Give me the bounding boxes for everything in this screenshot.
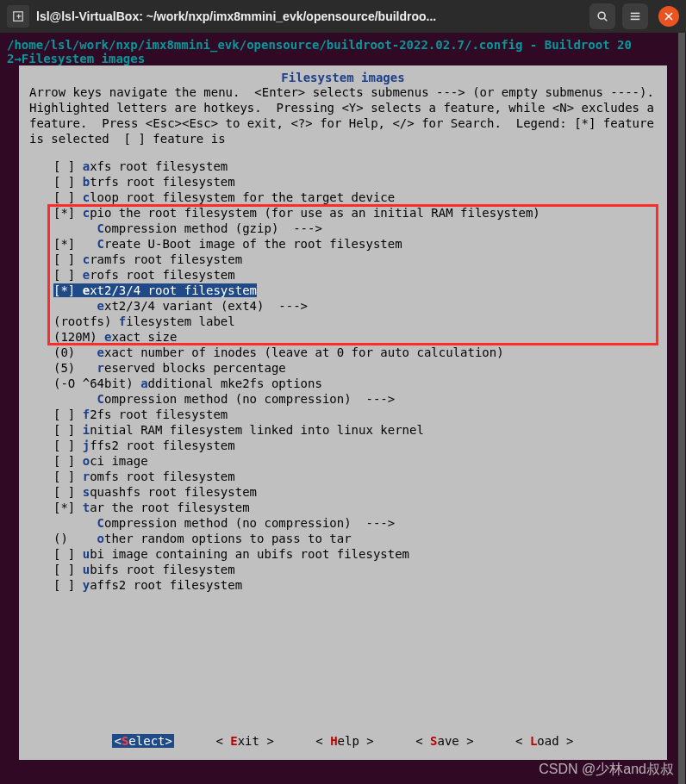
load-button[interactable]: < Load > (515, 734, 573, 748)
option-row[interactable]: Compression method (no compression) ---> (53, 391, 667, 407)
close-button[interactable] (658, 6, 679, 27)
help-button[interactable]: < Help > (315, 734, 373, 748)
breadcrumb: 2→Filesystem images (0, 52, 686, 65)
window-title: lsl@lsl-VirtualBox: ~/work/nxp/imx8mmini… (36, 9, 583, 23)
config-path: /home/lsl/work/nxp/imx8mmini_evk/opensou… (0, 38, 686, 52)
svg-line-4 (604, 18, 607, 21)
option-row[interactable]: [ ] jffs2 root filesystem (53, 438, 667, 453)
option-row[interactable]: Compression method (no compression) ---> (53, 515, 667, 531)
option-row[interactable]: (0) exact number of inodes (leave at 0 f… (53, 345, 667, 360)
terminal-area: /home/lsl/work/nxp/imx8mmini_evk/opensou… (0, 33, 686, 784)
svg-rect-6 (631, 16, 640, 17)
option-row[interactable]: [ ] btrfs root filesystem (53, 174, 667, 190)
option-row[interactable]: [ ] erofs root filesystem (53, 267, 667, 283)
option-list[interactable]: [ ] axfs root filesystem[ ] btrfs root f… (19, 159, 667, 593)
option-row[interactable]: [ ] ubifs root filesystem (53, 562, 667, 577)
option-row[interactable]: [ ] axfs root filesystem (53, 159, 667, 174)
watermark: CSDN @少林and叔叔 (539, 761, 674, 779)
option-row[interactable]: Compression method (gzip) ---> (53, 221, 667, 236)
option-row[interactable]: [ ] initial RAM filesystem linked into l… (53, 422, 667, 438)
option-row[interactable]: ext2/3/4 variant (ext4) ---> (53, 298, 667, 314)
save-button[interactable]: < Save > (415, 734, 473, 748)
svg-rect-7 (631, 19, 640, 21)
svg-rect-5 (631, 13, 640, 15)
option-row[interactable]: (120M) exact size (53, 329, 667, 345)
menu-title: Filesystem images (19, 71, 667, 84)
option-row[interactable]: [ ] oci image (53, 453, 667, 469)
option-row[interactable]: [*] Create U-Boot image of the root file… (53, 236, 667, 252)
option-row[interactable]: [ ] ubi image containing an ubifs root f… (53, 546, 667, 562)
option-row[interactable]: (-O ^64bit) additional mke2fs options (53, 376, 667, 391)
titlebar: lsl@lsl-VirtualBox: ~/work/nxp/imx8mmini… (0, 0, 686, 33)
option-row[interactable]: (5) reserved blocks percentage (53, 360, 667, 376)
option-row[interactable]: () other random options to pass to tar (53, 531, 667, 546)
new-tab-icon[interactable] (7, 5, 29, 28)
menuconfig-window: Filesystem images Arrow keys navigate th… (19, 65, 667, 760)
option-row[interactable]: [*] ext2/3/4 root filesystem (53, 283, 667, 298)
exit-button[interactable]: < Exit > (215, 734, 273, 748)
scrollbar[interactable] (677, 33, 686, 784)
scrollbar-thumb[interactable] (678, 33, 685, 784)
help-text: Arrow keys navigate the menu. <Enter> se… (19, 84, 667, 146)
select-button[interactable]: <Select> (112, 734, 173, 748)
svg-point-3 (598, 12, 605, 19)
option-row[interactable]: [ ] cloop root filesystem for the target… (53, 190, 667, 205)
option-row[interactable]: [ ] squashfs root filesystem (53, 484, 667, 500)
option-row[interactable]: [ ] romfs root filesystem (53, 469, 667, 484)
option-row[interactable]: [ ] cramfs root filesystem (53, 252, 667, 267)
option-row[interactable]: [ ] yaffs2 root filesystem (53, 577, 667, 593)
menu-button[interactable] (622, 3, 648, 29)
option-row[interactable]: [*] cpio the root filesystem (for use as… (53, 205, 667, 221)
option-row[interactable]: [ ] f2fs root filesystem (53, 407, 667, 422)
search-button[interactable] (589, 3, 615, 29)
svg-rect-2 (18, 14, 19, 18)
option-row[interactable]: [*] tar the root filesystem (53, 500, 667, 515)
option-row[interactable]: (rootfs) filesystem label (53, 314, 667, 329)
bottom-buttons: <Select> < Exit > < Help > < Save > < Lo… (19, 734, 667, 748)
